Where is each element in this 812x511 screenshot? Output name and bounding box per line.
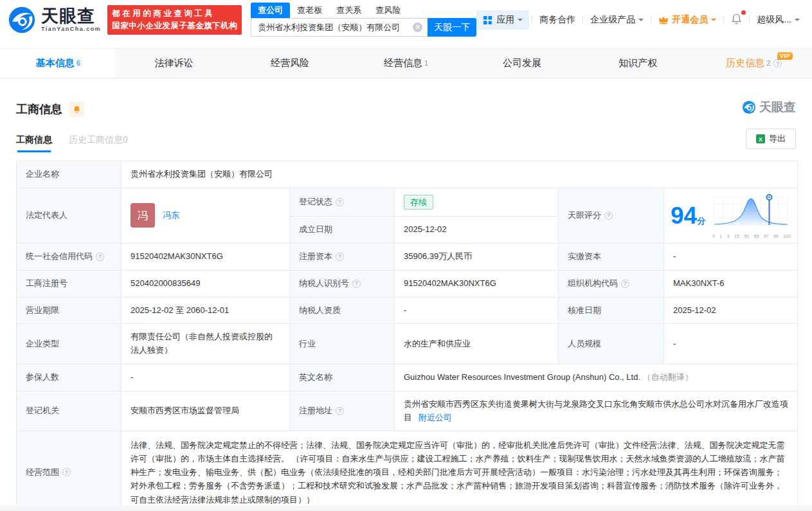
chevron-down-icon (711, 19, 716, 24)
search-tab-boss[interactable]: 查老板 (290, 3, 329, 18)
table-row: 法定代表人 冯 冯东 登记状态? 存续 天眼评分? 94分 (17, 188, 798, 217)
status-badge: 存续 (404, 195, 433, 210)
export-button[interactable]: X 导出 (746, 129, 796, 149)
taxpayer-id-value: 91520402MAK30NXT6G (395, 270, 559, 297)
help-icon[interactable]: ? (604, 211, 613, 220)
taxpayer-quality-label: 纳税人资质 (290, 297, 395, 324)
score-number-wrap: 94分 (671, 204, 705, 228)
search-tab-relation[interactable]: 查关系 (329, 3, 368, 18)
search-input[interactable] (251, 18, 428, 37)
header-menu: 应用 商务合作 企业级产品 开通会员 (476, 10, 807, 30)
table-row: 参保人数 - 英文名称 Guizhou Water Resources Inve… (17, 364, 798, 391)
vip-badge: VIP (777, 52, 793, 60)
industry-value: 水的生产和供应业 (395, 324, 559, 364)
cooperation-link[interactable]: 商务合作 (532, 14, 582, 26)
paid-capital-value: - (664, 244, 798, 271)
enterprise-products-menu[interactable]: 企业级产品 (583, 14, 651, 26)
tianyancha-logo-icon (8, 6, 36, 34)
tab-business-risk[interactable]: 经营风险 (232, 49, 348, 78)
help-icon[interactable]: ? (336, 407, 344, 415)
tab-label: 知识产权 (618, 57, 657, 69)
tab-legal-litigation[interactable]: 法律诉讼 (116, 49, 231, 78)
help-icon[interactable]: ? (352, 280, 361, 288)
help-icon[interactable]: ? (336, 253, 344, 261)
search-tabs: 查公司 查老板 查关系 查风险 (251, 3, 476, 18)
promo-line2: 国家中小企业发展子基金旗下机构 (112, 20, 237, 32)
subtab-gongshang-info[interactable]: 工商信息 (16, 134, 52, 152)
english-name-text: Guizhou Water Resources Investment Group… (404, 372, 640, 382)
score-value[interactable]: 94分 (664, 188, 798, 243)
section-title: 工商信息 (16, 102, 62, 117)
staff-size-value: - (664, 324, 798, 364)
business-term-value: 2025-12-02 至 2060-12-01 (122, 297, 290, 324)
tab-label: 经营风险 (271, 57, 309, 69)
search-tab-company[interactable]: 查公司 (251, 3, 290, 18)
company-type-label: 企业类型 (17, 324, 122, 364)
industry-label: 行业 (290, 324, 395, 364)
tab-business-info[interactable]: 经营信息 1 (348, 49, 464, 78)
tianyancha-logo[interactable]: 天眼查 TianYanCha.com (8, 6, 101, 34)
score-number: 94 (671, 202, 697, 229)
establish-date-value: 2025-12-02 (395, 217, 559, 244)
notifications-bell[interactable] (724, 13, 749, 27)
table-row: 登记机关 安顺市西秀区市场监督管理局 注册地址? 贵州省安顺市西秀区东关街道黄果… (17, 391, 798, 431)
reg-authority-label: 登记机关 (17, 391, 122, 431)
tab-label: 经营信息 (384, 57, 422, 69)
search-area: 查公司 查老板 查关系 查风险 ✕ 天眼一下 (251, 3, 476, 37)
tianyancha-watermark-icon (742, 100, 756, 114)
score-unit: 分 (697, 216, 705, 226)
enterprise-label: 企业级产品 (590, 14, 635, 26)
taxpayer-id-label: 纳税人识别号? (290, 270, 395, 297)
tab-label: 基本信息 (36, 57, 75, 69)
logo-domain: TianYanCha.com (41, 26, 101, 32)
search-button[interactable]: 天眼一下 (428, 18, 476, 37)
gongshang-section: 工商信息 天眼查 工商信息 历史工商信息0 (0, 78, 812, 153)
footer-divider (0, 506, 812, 511)
tab-label: 历史信息 (726, 57, 764, 69)
subtab-history-gongshang[interactable]: 历史工商信息0 (69, 134, 128, 152)
score-axis-ticks: 01 315 5085 9799 100 (712, 234, 791, 238)
reg-capital-label: 注册资本? (290, 244, 395, 271)
insured-count-label: 参保人数 (17, 364, 122, 391)
table-row: 经营范围? 法律、法规、国务院决定规定禁止的不得经营；法律、法规、国务院决定规定… (17, 431, 798, 511)
search-box: ✕ (251, 18, 428, 37)
super-risk-menu[interactable]: 超级风... (750, 14, 807, 26)
company-type-value: 有限责任公司（非自然人投资或控股的法人独资） (122, 324, 290, 364)
apps-menu[interactable]: 应用 (476, 10, 529, 30)
reg-status-value: 存续 (395, 188, 559, 217)
subscribe-bell-chip[interactable] (69, 102, 84, 117)
tab-history-info[interactable]: VIP 历史信息 2 ? (696, 49, 812, 78)
tab-label: 法律诉讼 (155, 57, 194, 69)
promo-badge: 都在用的商业查询工具 国家中小企业发展子基金旗下机构 (107, 5, 242, 35)
help-icon[interactable]: ? (96, 253, 104, 261)
tab-count: 2 (766, 59, 770, 67)
help-icon[interactable]: ? (621, 280, 629, 288)
auto-translate-tag: （自动翻译） (643, 372, 693, 382)
help-icon[interactable]: ? (336, 198, 344, 206)
legal-rep-avatar[interactable]: 冯 (131, 203, 155, 228)
legal-rep-link[interactable]: 冯东 (163, 209, 179, 222)
tab-intellectual-property[interactable]: 知识产权 (580, 49, 696, 78)
crown-icon (658, 15, 669, 25)
establish-date-label: 成立日期 (290, 217, 395, 244)
legal-rep-label: 法定代表人 (17, 188, 122, 243)
top-header: 天眼查 TianYanCha.com 都在用的商业查询工具 国家中小企业发展子基… (0, 0, 812, 40)
tab-company-development[interactable]: 公司发展 (464, 49, 580, 78)
tab-count: 1 (424, 59, 428, 67)
org-code-value: MAK30NXT-6 (664, 270, 798, 297)
reg-status-label: 登记状态? (290, 188, 395, 217)
english-name-label: 英文名称 (290, 364, 395, 391)
search-bar: ✕ 天眼一下 (251, 18, 476, 37)
chevron-down-icon (795, 19, 800, 24)
table-row: 统一社会信用代码? 91520402MAK30NXT6G 注册资本? 35906… (17, 244, 798, 271)
help-icon[interactable]: ? (62, 468, 71, 476)
company-name-value: 贵州省水利投资集团（安顺）有限公司 (122, 161, 798, 188)
help-icon[interactable]: ? (773, 59, 782, 67)
search-tab-risk[interactable]: 查风险 (368, 3, 408, 18)
insured-count-value: - (122, 364, 290, 391)
nearby-companies-link[interactable]: 附近公司 (419, 413, 452, 422)
company-name-label: 企业名称 (17, 161, 122, 188)
open-vip-menu[interactable]: 开通会员 (651, 14, 723, 26)
reg-number-label: 工商注册号 (17, 270, 122, 297)
tab-basic-info[interactable]: 基本信息 6 (0, 49, 116, 78)
